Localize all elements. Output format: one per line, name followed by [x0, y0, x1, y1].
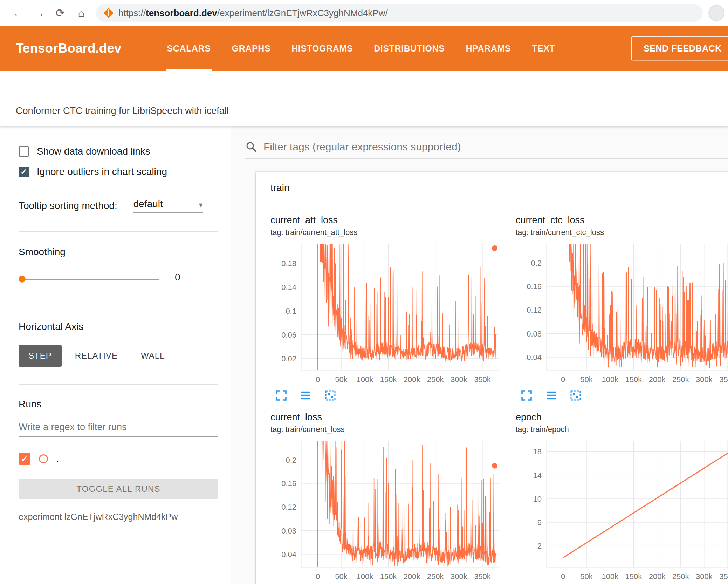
tooltip-sorting-select[interactable]: default ▾	[133, 198, 203, 213]
expand-chart-icon[interactable]	[275, 389, 287, 401]
experiment-caption: experiment lzGnETjwRxC3yghNMd4kPw	[19, 512, 218, 522]
slider-track	[19, 279, 159, 280]
reload-icon[interactable]: ⟳	[50, 6, 71, 20]
axis-wall-button[interactable]: WALL	[131, 345, 174, 367]
url-domain: tensorboard.dev	[146, 8, 217, 18]
chevron-down-icon: ▾	[199, 201, 203, 210]
tab-histograms[interactable]: HISTOGRAMS	[281, 26, 363, 71]
smoothing-value-field[interactable]: 0	[173, 272, 204, 286]
svg-text:50k: 50k	[335, 572, 348, 581]
svg-text:18: 18	[533, 447, 542, 456]
log-scale-icon[interactable]	[545, 389, 557, 401]
forward-icon[interactable]: →	[29, 7, 50, 20]
fit-domain-icon[interactable]	[324, 389, 336, 401]
filter-tags-input[interactable]	[263, 141, 728, 153]
svg-text:300k: 300k	[696, 375, 713, 384]
svg-text:10: 10	[533, 495, 542, 503]
chart-tag: tag: train/current_loss	[270, 425, 502, 434]
svg-text:200k: 200k	[649, 572, 666, 581]
svg-text:100k: 100k	[602, 375, 619, 384]
svg-text:200k: 200k	[404, 572, 421, 581]
tab-scalars[interactable]: SCALARS	[157, 26, 221, 71]
experiment-title-bar: Conformer CTC training for LibriSpeech w…	[0, 71, 728, 126]
slider-thumb[interactable]	[19, 276, 26, 283]
chart-plot[interactable]: 0.020.060.10.140.18050k100k150k200k250k3…	[270, 241, 502, 387]
profile-avatar[interactable]	[708, 5, 724, 21]
chart-current-loss: current_loss tag: train/current_loss 0.0…	[270, 412, 502, 584]
svg-text:0.04: 0.04	[281, 550, 296, 559]
chart-plot[interactable]: 0.040.080.120.160.2050k100k150k200k250k3…	[270, 438, 502, 584]
svg-text:150k: 150k	[625, 572, 643, 581]
svg-text:0.02: 0.02	[281, 354, 296, 363]
svg-text:150k: 150k	[625, 375, 643, 384]
experiment-title: Conformer CTC training for LibriSpeech w…	[16, 106, 229, 116]
smoothing-row: 0	[19, 272, 218, 286]
smoothing-label: Smoothing	[19, 246, 218, 258]
smoothing-slider[interactable]	[19, 275, 159, 283]
chart-toolbar	[521, 389, 728, 401]
main-content: train current_att_loss tag: train/curren…	[231, 126, 728, 584]
svg-text:0.12: 0.12	[281, 503, 296, 511]
log-scale-icon[interactable]	[300, 389, 312, 401]
chart-plot[interactable]: 0.040.080.120.160.2050k100k150k200k250k3…	[516, 241, 728, 387]
tab-text[interactable]: TEXT	[521, 26, 565, 71]
page: ← → ⟳ ⌂ https://tensorboard.dev/experime…	[0, 0, 728, 584]
run-color-swatch	[39, 454, 48, 463]
filter-tags-row	[245, 141, 728, 159]
svg-text:200k: 200k	[649, 375, 666, 384]
svg-text:0: 0	[316, 375, 320, 384]
runs-label: Runs	[19, 399, 218, 410]
svg-text:300k: 300k	[451, 572, 468, 581]
tab-hparams[interactable]: HPARAMS	[455, 26, 521, 71]
chart-title: current_att_loss	[270, 215, 502, 226]
svg-text:0.12: 0.12	[527, 306, 542, 314]
axis-step-button[interactable]: STEP	[19, 345, 62, 367]
address-bar[interactable]: https://tensorboard.dev/experiment/lzGnE…	[96, 4, 703, 22]
toggle-all-runs-button[interactable]: TOGGLE ALL RUNS	[19, 479, 218, 499]
run-name: .	[56, 454, 59, 464]
svg-text:100k: 100k	[356, 572, 373, 581]
chart-title: epoch	[516, 412, 728, 423]
chart-toolbar	[275, 389, 502, 401]
svg-text:0.16: 0.16	[527, 282, 542, 291]
svg-text:14: 14	[533, 471, 542, 480]
browser-chrome: ← → ⟳ ⌂ https://tensorboard.dev/experime…	[0, 0, 728, 26]
tab-graphs[interactable]: GRAPHS	[221, 26, 281, 71]
tab-distributions[interactable]: DISTRIBUTIONS	[363, 26, 455, 71]
section-title[interactable]: train	[256, 172, 728, 202]
horizontal-axis-buttons: STEP RELATIVE WALL	[19, 345, 218, 367]
back-icon[interactable]: ←	[8, 7, 29, 20]
home-icon[interactable]: ⌂	[71, 7, 92, 20]
svg-text:0: 0	[561, 375, 565, 384]
svg-text:350k: 350k	[474, 375, 491, 384]
tooltip-sorting-label: Tooltip sorting method:	[19, 200, 117, 211]
svg-text:350k: 350k	[719, 572, 728, 581]
chart-current-ctc-loss: current_ctc_loss tag: train/current_ctc_…	[516, 215, 728, 401]
svg-text:100k: 100k	[356, 375, 373, 384]
app-title: TensorBoard.dev	[16, 41, 122, 56]
svg-text:50k: 50k	[335, 375, 348, 384]
show-download-checkbox[interactable]	[19, 146, 29, 157]
svg-text:250k: 250k	[672, 375, 689, 384]
chart-tag: tag: train/epoch	[516, 425, 728, 434]
train-card: train current_att_loss tag: train/curren…	[256, 172, 728, 584]
expand-chart-icon[interactable]	[521, 389, 533, 401]
chart-title: current_ctc_loss	[516, 215, 728, 226]
svg-text:100k: 100k	[602, 572, 619, 581]
tooltip-sorting-value: default	[133, 198, 163, 210]
svg-text:50k: 50k	[580, 375, 593, 384]
chart-title: current_loss	[270, 412, 502, 423]
svg-text:0.14: 0.14	[281, 283, 296, 292]
chart-plot[interactable]: 26101418050k100k150k200k250k300k350k	[516, 438, 728, 584]
fit-domain-icon[interactable]	[570, 389, 582, 401]
run-checkbox[interactable]: ✓	[19, 453, 30, 465]
axis-relative-button[interactable]: RELATIVE	[65, 345, 128, 367]
svg-text:0.1: 0.1	[286, 307, 296, 315]
ignore-outliers-checkbox[interactable]: ✓	[19, 167, 29, 177]
send-feedback-button[interactable]: SEND FEEDBACK	[631, 36, 728, 61]
runs-filter-input[interactable]	[19, 422, 218, 437]
svg-text:0.08: 0.08	[281, 527, 296, 535]
svg-text:200k: 200k	[404, 375, 421, 384]
tooltip-sorting-row: Tooltip sorting method: default ▾	[19, 198, 218, 213]
chart-epoch: epoch tag: train/epoch 26101418050k100k1…	[516, 412, 728, 584]
